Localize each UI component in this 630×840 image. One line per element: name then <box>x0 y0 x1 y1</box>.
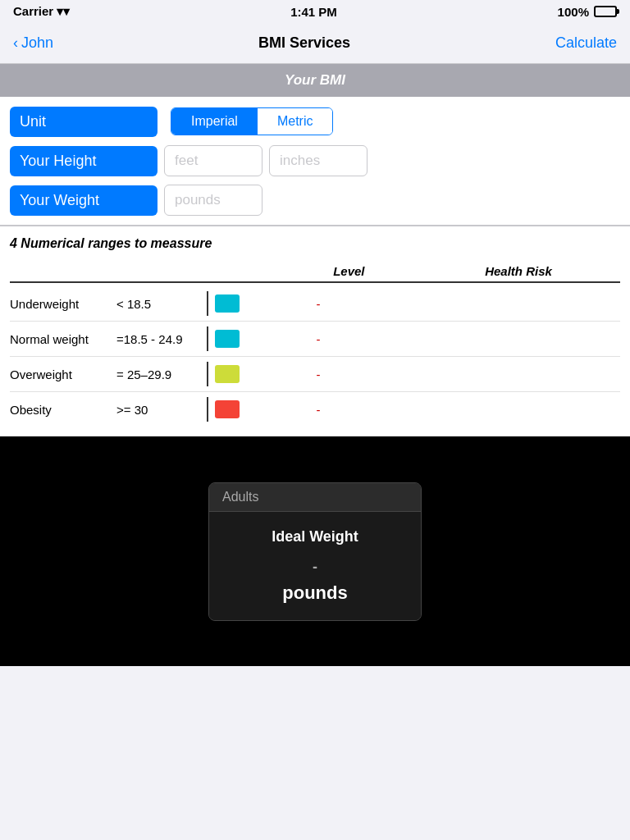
height-row: Your Height <box>10 143 620 179</box>
row-1-range: =18.5 - 24.9 <box>116 332 207 346</box>
ideal-weight-unit: pounds <box>226 582 404 604</box>
ideal-weight-value: - <box>226 559 404 576</box>
table-header: Level Health Risk <box>10 261 620 283</box>
height-label: Your Height <box>10 146 158 176</box>
nav-bar: ‹ John BMI Services Calculate <box>0 23 630 64</box>
row-1-level: - <box>243 332 394 346</box>
col-level: Level <box>281 264 417 278</box>
row-2-name: Overweight <box>10 368 116 381</box>
back-button[interactable]: ‹ John <box>13 34 53 52</box>
table-title: 4 Numerical ranges to meassure <box>10 236 620 251</box>
table-row: Underweight < 18.5 - <box>10 286 620 322</box>
adults-header-label: Adults <box>222 490 258 504</box>
battery-area: 100% <box>558 5 617 19</box>
row-0-color <box>215 294 240 313</box>
unit-segmented-control[interactable]: Imperial Metric <box>171 107 333 135</box>
row-2-divider <box>207 362 208 386</box>
calculate-button[interactable]: Calculate <box>555 34 617 52</box>
adults-section: Adults Ideal Weight - pounds <box>0 436 630 666</box>
back-label: John <box>21 34 53 52</box>
col-health: Health Risk <box>417 264 620 278</box>
carrier-text: Carrier ▾▾ <box>13 4 70 19</box>
bmi-header-bar: Your BMI <box>0 64 630 97</box>
adults-body: Ideal Weight - pounds <box>209 512 421 620</box>
weight-label: Your Weight <box>10 185 158 216</box>
row-3-range: >= 30 <box>116 403 207 417</box>
inches-input[interactable] <box>269 145 368 176</box>
wifi-icon: ▾▾ <box>57 4 70 18</box>
battery-icon <box>594 6 617 17</box>
feet-input[interactable] <box>164 145 262 176</box>
ideal-weight-label: Ideal Weight <box>226 528 404 546</box>
battery-text: 100% <box>558 5 589 19</box>
bmi-header-title: Your BMI <box>285 72 345 88</box>
row-1-divider <box>207 326 208 351</box>
table-row: Normal weight =18.5 - 24.9 - <box>10 322 620 357</box>
row-0-range: < 18.5 <box>116 297 207 311</box>
adults-card: Adults Ideal Weight - pounds <box>208 482 422 621</box>
row-1-name: Normal weight <box>10 332 116 346</box>
row-3-color <box>215 400 240 418</box>
row-3-level: - <box>243 403 394 417</box>
row-0-level: - <box>243 297 394 311</box>
table-row: Overweight = 25–29.9 - <box>10 357 620 392</box>
page-title: BMI Services <box>258 34 350 52</box>
imperial-button[interactable]: Imperial <box>171 108 258 135</box>
weight-row: Your Weight <box>10 182 620 218</box>
adults-header: Adults <box>209 483 421 512</box>
row-1-color <box>215 330 240 348</box>
unit-row: Unit Imperial Metric <box>10 103 620 139</box>
bmi-table-section: 4 Numerical ranges to meassure Level Hea… <box>0 226 630 436</box>
chevron-left-icon: ‹ <box>13 34 18 52</box>
form-section: Unit Imperial Metric Your Height Your We… <box>0 97 630 226</box>
time-display: 1:41 PM <box>290 5 337 19</box>
col-ranges <box>10 264 281 278</box>
row-3-divider <box>207 397 208 422</box>
weight-input[interactable] <box>164 185 262 216</box>
row-2-range: = 25–29.9 <box>116 368 207 381</box>
unit-label: Unit <box>10 107 158 137</box>
metric-button[interactable]: Metric <box>258 108 333 135</box>
row-0-name: Underweight <box>10 297 116 311</box>
row-2-color <box>215 365 240 383</box>
row-2-level: - <box>243 368 394 381</box>
status-bar: Carrier ▾▾ 1:41 PM 100% <box>0 0 630 23</box>
row-0-divider <box>207 291 208 316</box>
table-row: Obesity >= 30 - <box>10 392 620 427</box>
row-3-name: Obesity <box>10 403 116 417</box>
